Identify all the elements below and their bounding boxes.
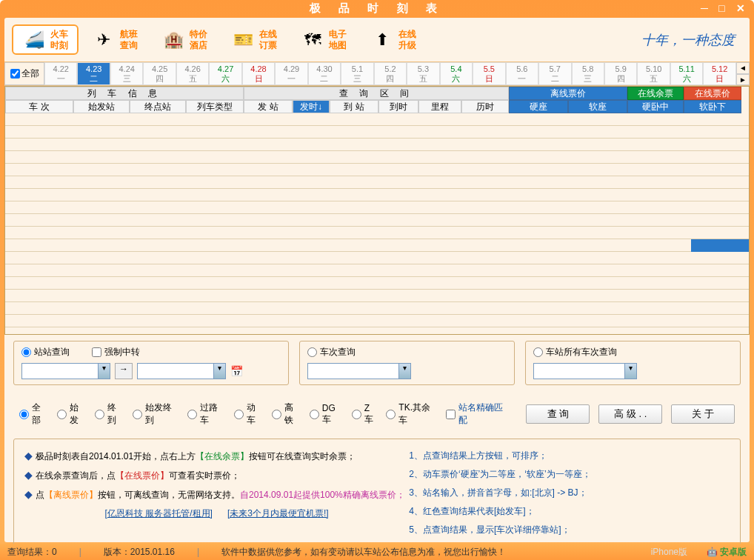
col-arrive-time[interactable]: 到时 xyxy=(378,100,418,113)
hgroup-online-remain[interactable]: 在线余票 xyxy=(627,87,684,100)
station-all-radio[interactable]: 车站所有车次查询 xyxy=(533,346,617,359)
trainno-combo[interactable]: ▾ xyxy=(307,363,411,379)
filter-z[interactable]: Z车 xyxy=(352,403,378,426)
table-row[interactable] xyxy=(5,264,749,277)
about-button[interactable]: 关 于 xyxy=(671,404,735,424)
from-station-combo[interactable]: ▾ xyxy=(21,363,110,379)
col-depart-station[interactable]: 发 站 xyxy=(244,100,293,113)
link-server[interactable]: [亿恩科技 服务器托管/租用] xyxy=(105,508,213,519)
table-row[interactable] xyxy=(5,139,749,151)
date-5.12[interactable]: 5.12日 xyxy=(703,62,735,85)
close-button[interactable]: ✕ xyxy=(736,2,750,13)
swap-button[interactable]: → xyxy=(115,363,133,379)
col-soft-sleeper[interactable]: 软卧下 xyxy=(684,100,741,113)
date-all-checkbox[interactable]: 全部 xyxy=(4,62,44,85)
col-distance[interactable]: 里程 xyxy=(418,100,461,113)
filter-pass[interactable]: 过路车 xyxy=(187,401,225,427)
table-row[interactable] xyxy=(5,239,749,252)
advanced-button[interactable]: 高 级 . . xyxy=(598,404,662,424)
table-row[interactable] xyxy=(5,164,749,176)
hgroup-offline-price[interactable]: 离线票价 xyxy=(509,87,627,100)
date-5.10[interactable]: 5.10五 xyxy=(637,62,670,85)
filter-start[interactable]: 始发 xyxy=(57,401,86,427)
filter-gaotie[interactable]: 高铁 xyxy=(272,401,301,427)
date-4.27[interactable]: 4.27六 xyxy=(209,62,241,85)
col-train-no[interactable]: 车 次 xyxy=(5,100,73,113)
filter-all[interactable]: 全部 xyxy=(19,401,48,427)
table-row[interactable] xyxy=(5,176,749,189)
minimize-button[interactable]: ─ xyxy=(701,2,714,13)
station-all-combo[interactable]: ▾ xyxy=(533,363,637,379)
exact-match-checkbox[interactable]: 站名精确匹配 xyxy=(446,401,509,427)
to-station-combo[interactable]: ▾ xyxy=(137,363,226,379)
date-4.26[interactable]: 4.26五 xyxy=(176,62,209,85)
date-4.25[interactable]: 4.25四 xyxy=(143,62,176,85)
table-row[interactable] xyxy=(5,189,749,201)
nav-地图[interactable]: 🗺电子地图 xyxy=(290,24,357,55)
nav-查询[interactable]: ✈航班查询 xyxy=(81,24,148,55)
query-button[interactable]: 查 询 xyxy=(526,404,590,424)
col-hard-seat[interactable]: 硬座 xyxy=(509,100,568,113)
date-5.3[interactable]: 5.3五 xyxy=(407,62,439,85)
nav-icon: 🎫 xyxy=(231,30,255,50)
col-soft-seat[interactable]: 软座 xyxy=(568,100,627,113)
col-arrive-station[interactable]: 到 站 xyxy=(330,100,378,113)
date-prev-button[interactable]: ◄ xyxy=(736,62,750,74)
calendar-icon[interactable]: 📅 xyxy=(230,365,242,377)
col-train-type[interactable]: 列车类型 xyxy=(186,100,244,113)
table-row[interactable] xyxy=(5,126,749,139)
nav-酒店[interactable]: 🏨特价酒店 xyxy=(151,24,218,55)
table-row[interactable] xyxy=(5,277,749,290)
date-4.28[interactable]: 4.28日 xyxy=(242,62,275,85)
date-5.5[interactable]: 5.5日 xyxy=(473,62,505,85)
date-4.29[interactable]: 4.29一 xyxy=(275,62,307,85)
filter-dg[interactable]: DG车 xyxy=(310,403,343,426)
table-row[interactable] xyxy=(5,214,749,227)
maximize-button[interactable]: □ xyxy=(718,2,732,13)
grid-body[interactable] xyxy=(5,113,749,334)
col-start-station[interactable]: 始发站 xyxy=(73,100,130,113)
date-5.6[interactable]: 5.6一 xyxy=(506,62,538,85)
table-row[interactable] xyxy=(5,252,749,264)
filter-dongche[interactable]: 动车 xyxy=(234,401,263,427)
link-flight[interactable]: [未来3个月内最便宜机票!] xyxy=(227,508,329,519)
filter-end[interactable]: 终到 xyxy=(95,401,124,427)
date-5.7[interactable]: 5.7二 xyxy=(538,62,571,85)
date-4.23[interactable]: 4.23二 xyxy=(77,62,110,85)
table-row[interactable] xyxy=(5,201,749,214)
filter-tk[interactable]: TK.其余车 xyxy=(386,401,436,427)
station-query-radio[interactable]: 站站查询 xyxy=(21,346,70,359)
table-row[interactable] xyxy=(5,290,749,302)
col-end-station[interactable]: 终点站 xyxy=(130,100,186,113)
date-5.8[interactable]: 5.8三 xyxy=(572,62,604,85)
nav-升级[interactable]: ⬆在线升级 xyxy=(360,24,427,55)
date-5.11[interactable]: 5.11六 xyxy=(670,62,703,85)
col-depart-time-sorted[interactable]: 发时↓ xyxy=(293,100,330,113)
table-row[interactable] xyxy=(5,302,749,315)
nav-时刻[interactable]: 🚄火车时刻 xyxy=(12,24,79,55)
col-duration[interactable]: 历时 xyxy=(461,100,509,113)
col-hard-sleeper[interactable]: 硬卧中 xyxy=(627,100,684,113)
date-5.2[interactable]: 5.2四 xyxy=(374,62,407,85)
filter-startend[interactable]: 始发终到 xyxy=(133,401,179,427)
table-row[interactable] xyxy=(5,113,749,126)
date-4.30[interactable]: 4.30二 xyxy=(308,62,341,85)
force-transfer-checkbox[interactable]: 强制中转 xyxy=(92,346,140,359)
nav-icon: 🏨 xyxy=(161,30,185,50)
date-5.9[interactable]: 5.9四 xyxy=(604,62,637,85)
date-next-button[interactable]: ► xyxy=(736,74,750,86)
hgroup-online-price[interactable]: 在线票价 xyxy=(684,87,741,100)
table-row[interactable] xyxy=(5,227,749,239)
date-5.1[interactable]: 5.1三 xyxy=(341,62,373,85)
trainno-query-radio[interactable]: 车次查询 xyxy=(307,346,356,359)
all-checkbox[interactable] xyxy=(10,69,20,79)
selected-cell[interactable] xyxy=(691,239,749,252)
date-5.4[interactable]: 5.4六 xyxy=(440,62,473,85)
date-4.22[interactable]: 4.22一 xyxy=(44,62,77,85)
android-link[interactable]: 🤖 安卓版 xyxy=(707,546,747,559)
date-4.24[interactable]: 4.24三 xyxy=(110,62,143,85)
iphone-link[interactable]: iPhone版 xyxy=(651,546,687,559)
nav-订票[interactable]: 🎫在线订票 xyxy=(221,24,287,55)
table-row[interactable] xyxy=(5,315,749,327)
table-row[interactable] xyxy=(5,151,749,164)
